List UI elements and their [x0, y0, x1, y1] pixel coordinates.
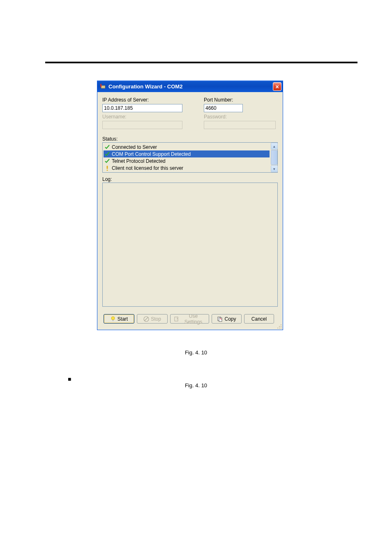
stop-icon	[143, 316, 149, 322]
check-icon	[104, 151, 110, 157]
chevron-down-icon: ▾	[273, 167, 275, 171]
scroll-up-button[interactable]: ▴	[271, 143, 278, 150]
stop-button: Stop	[137, 314, 168, 324]
start-button-label: Start	[118, 316, 128, 322]
titlebar[interactable]: Configuration Wizard - COM2 ×	[97, 81, 283, 92]
svg-rect-1	[100, 84, 101, 87]
svg-point-16	[281, 328, 281, 328]
chevron-up-icon: ▴	[273, 144, 275, 148]
button-bar: Start Stop Use Settings Copy	[102, 314, 278, 325]
status-item[interactable]: Telnet Protocol Detected	[104, 157, 270, 164]
resize-grip[interactable]	[277, 324, 282, 329]
status-item-text: Connected to Server	[112, 144, 157, 150]
svg-point-11	[281, 324, 281, 325]
status-label: Status:	[102, 136, 118, 142]
check-icon	[104, 144, 110, 150]
status-item-text: Client not licensed for this server	[112, 165, 183, 171]
dialog-title: Configuration Wizard - COM2	[108, 83, 182, 90]
svg-point-3	[107, 169, 108, 171]
close-button[interactable]: ×	[273, 82, 281, 91]
cancel-button-label: Cancel	[251, 316, 267, 322]
copy-icon	[217, 316, 223, 322]
warning-icon	[104, 165, 110, 171]
cancel-button[interactable]: Cancel	[244, 314, 274, 324]
close-icon: ×	[275, 83, 279, 90]
username-input	[102, 121, 182, 129]
port-label: Port Number:	[204, 97, 276, 103]
horizontal-rule	[45, 62, 357, 63]
use-settings-button-label: Use Settings	[181, 313, 205, 325]
figure-caption: Fig. 4. 10	[0, 382, 392, 388]
svg-line-7	[145, 317, 148, 321]
log-label: Log:	[102, 176, 112, 182]
use-settings-button: Use Settings	[170, 314, 209, 324]
scroll-thumb[interactable]	[271, 150, 277, 165]
start-button[interactable]: Start	[104, 314, 134, 324]
svg-point-12	[279, 326, 280, 327]
svg-point-15	[279, 328, 280, 328]
port-input[interactable]	[204, 104, 243, 112]
bullet-icon: ■	[68, 376, 71, 382]
svg-point-14	[277, 328, 278, 328]
svg-rect-5	[112, 320, 113, 321]
svg-point-13	[281, 326, 281, 327]
status-item-text: COM Port Control Support Detected	[112, 151, 191, 157]
svg-point-4	[111, 317, 115, 320]
status-item[interactable]: Client not licensed for this server	[104, 164, 270, 171]
username-label: Username:	[102, 114, 204, 120]
log-textarea[interactable]	[102, 183, 278, 307]
copy-button[interactable]: Copy	[212, 314, 242, 324]
bulb-icon	[110, 316, 116, 322]
password-input	[204, 121, 276, 129]
status-item[interactable]: Connected to Server	[104, 143, 270, 150]
status-scrollbar[interactable]: ▴ ▾	[270, 143, 277, 172]
config-wizard-dialog: Configuration Wizard - COM2 × IP Address…	[97, 81, 283, 330]
status-item-text: Telnet Protocol Detected	[112, 158, 166, 164]
app-icon	[100, 83, 106, 90]
svg-rect-0	[101, 86, 105, 88]
ip-input[interactable]	[102, 104, 182, 112]
copy-button-label: Copy	[224, 316, 236, 322]
password-label: Password:	[204, 114, 276, 120]
scroll-down-button[interactable]: ▾	[271, 165, 278, 172]
stop-button-label: Stop	[151, 316, 161, 322]
apply-icon	[174, 316, 180, 322]
status-listbox[interactable]: Connected to Server COM Port Control Sup…	[102, 142, 278, 173]
figure-caption: Fig. 4. 10	[0, 349, 392, 356]
ip-label: IP Address of Server:	[102, 97, 204, 103]
dialog-body: IP Address of Server: Port Number: Usern…	[97, 92, 283, 330]
check-icon	[104, 158, 110, 164]
svg-rect-8	[175, 317, 178, 321]
status-item[interactable]: COM Port Control Support Detected	[104, 150, 270, 157]
svg-rect-2	[107, 166, 108, 169]
